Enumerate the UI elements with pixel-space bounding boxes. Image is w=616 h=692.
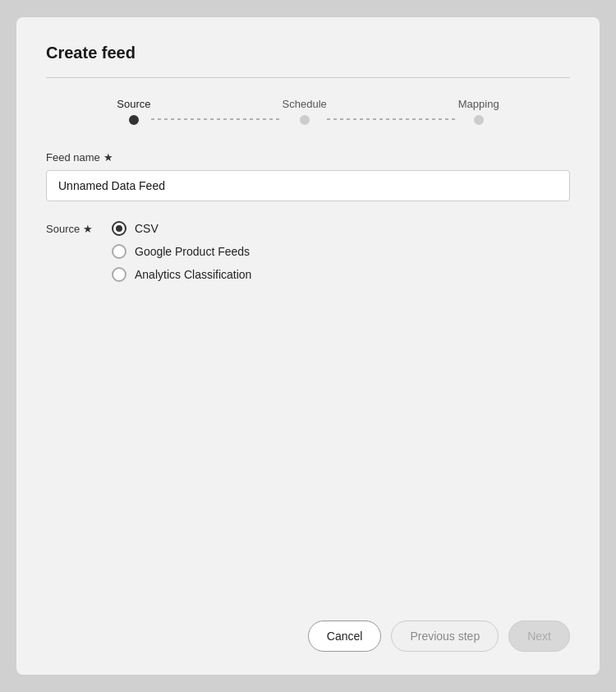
step-line-2 xyxy=(327,118,458,120)
source-radio-group: CSV Google Product Feeds Analytics Class… xyxy=(112,221,251,282)
radio-analytics[interactable] xyxy=(112,267,126,282)
stepper: Source Schedule Mapping xyxy=(46,98,570,125)
radio-google-label: Google Product Feeds xyxy=(135,245,250,258)
radio-csv[interactable] xyxy=(112,221,126,236)
divider xyxy=(46,77,570,78)
step-mapping: Mapping xyxy=(458,98,499,125)
radio-item-csv[interactable]: CSV xyxy=(112,221,251,236)
feed-name-label: Feed name ★ xyxy=(46,151,570,164)
step-mapping-label: Mapping xyxy=(458,98,499,110)
radio-analytics-label: Analytics Classification xyxy=(135,268,251,281)
radio-google[interactable] xyxy=(112,244,126,259)
step-schedule-dot xyxy=(300,115,310,125)
step-schedule-label: Schedule xyxy=(283,98,327,110)
feed-name-input[interactable] xyxy=(46,170,570,201)
step-source-dot xyxy=(129,115,139,125)
source-field-label: Source ★ xyxy=(46,221,112,235)
next-button[interactable]: Next xyxy=(508,620,570,652)
step-source: Source xyxy=(117,98,150,125)
step-line-1 xyxy=(151,118,283,120)
source-row: Source ★ CSV Google Product Feeds Analyt… xyxy=(46,221,570,282)
previous-step-button[interactable]: Previous step xyxy=(391,620,499,652)
radio-item-analytics[interactable]: Analytics Classification xyxy=(112,267,251,282)
cancel-button[interactable]: Cancel xyxy=(308,620,382,652)
form-section: Feed name ★ Source ★ CSV Google Product … xyxy=(46,151,570,607)
create-feed-modal: Create feed Source Schedule Mapping Feed… xyxy=(16,17,600,675)
footer: Cancel Previous step Next xyxy=(46,607,570,652)
radio-csv-label: CSV xyxy=(135,222,159,235)
required-star-source: ★ xyxy=(83,223,93,235)
step-schedule: Schedule xyxy=(283,98,327,125)
modal-title: Create feed xyxy=(46,44,570,62)
required-star-name: ★ xyxy=(103,151,113,164)
step-source-label: Source xyxy=(117,98,150,110)
step-mapping-dot xyxy=(474,115,484,125)
radio-item-google[interactable]: Google Product Feeds xyxy=(112,244,251,259)
